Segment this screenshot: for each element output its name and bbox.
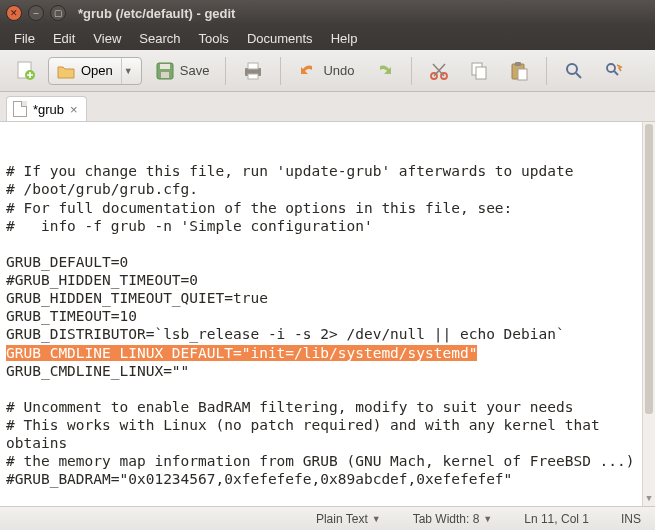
tab-grub[interactable]: *grub × <box>6 96 87 121</box>
copy-button[interactable] <box>462 57 496 85</box>
find-button[interactable] <box>557 57 591 85</box>
svg-rect-14 <box>518 69 527 80</box>
menu-search[interactable]: Search <box>131 29 188 48</box>
print-icon <box>242 60 264 82</box>
menu-documents[interactable]: Documents <box>239 29 321 48</box>
editor-line: # For full documentation of the options … <box>6 199 649 217</box>
undo-button[interactable]: Undo <box>291 57 360 85</box>
editor-line <box>6 235 649 253</box>
separator <box>280 57 281 85</box>
menubar: File Edit View Search Tools Documents He… <box>0 26 655 50</box>
redo-icon <box>373 60 395 82</box>
tab-label: *grub <box>33 102 64 117</box>
window-minimize-button[interactable]: – <box>28 5 44 21</box>
editor-line: #GRUB_HIDDEN_TIMEOUT=0 <box>6 271 649 289</box>
save-label: Save <box>180 63 210 78</box>
svg-rect-11 <box>476 67 486 79</box>
svg-point-15 <box>567 64 577 74</box>
editor-line: GRUB_CMDLINE_LINUX="" <box>6 362 649 380</box>
undo-label: Undo <box>323 63 354 78</box>
editor-line: # info -f grub -n 'Simple configuration' <box>6 217 649 235</box>
svg-rect-3 <box>160 64 170 69</box>
find-replace-icon <box>603 60 625 82</box>
editor-area[interactable]: # If you change this file, run 'update-g… <box>0 122 655 506</box>
find-replace-button[interactable] <box>597 57 631 85</box>
window-close-button[interactable]: ✕ <box>6 5 22 21</box>
folder-open-icon <box>55 60 77 82</box>
vertical-scrollbar[interactable]: ▲ ▼ <box>642 122 655 506</box>
chevron-down-icon: ▼ <box>372 514 381 524</box>
svg-rect-6 <box>248 63 258 69</box>
insert-mode: INS <box>615 512 647 526</box>
copy-icon <box>468 60 490 82</box>
editor-line <box>6 489 649 507</box>
menu-help[interactable]: Help <box>323 29 366 48</box>
svg-rect-7 <box>248 74 258 79</box>
tab-width-selector[interactable]: Tab Width: 8 ▼ <box>407 512 499 526</box>
svg-point-16 <box>607 64 615 72</box>
save-icon <box>154 60 176 82</box>
undo-icon <box>297 60 319 82</box>
editor-line: GRUB_DEFAULT=0 <box>6 253 649 271</box>
editor-line: # the memory map information from GRUB (… <box>6 452 649 470</box>
syntax-selector[interactable]: Plain Text ▼ <box>310 512 387 526</box>
separator <box>411 57 412 85</box>
tab-width-label: Tab Width: 8 <box>413 512 480 526</box>
scissors-icon <box>428 60 450 82</box>
separator <box>546 57 547 85</box>
save-button[interactable]: Save <box>148 57 216 85</box>
cut-button[interactable] <box>422 57 456 85</box>
open-button[interactable]: Open ▼ <box>48 57 142 85</box>
toolbar: Open ▼ Save Undo <box>0 50 655 92</box>
cursor-position: Ln 11, Col 1 <box>518 512 595 526</box>
syntax-label: Plain Text <box>316 512 368 526</box>
editor-line: # This works with Linux (no patch requir… <box>6 416 649 452</box>
new-document-button[interactable] <box>8 57 42 85</box>
open-label: Open <box>81 63 113 78</box>
editor-line: GRUB_CMDLINE_LINUX_DEFAULT="init=/lib/sy… <box>6 344 649 362</box>
menu-view[interactable]: View <box>85 29 129 48</box>
svg-rect-4 <box>161 72 169 78</box>
new-document-icon <box>14 60 36 82</box>
statusbar: Plain Text ▼ Tab Width: 8 ▼ Ln 11, Col 1… <box>0 506 655 530</box>
scrollbar-thumb[interactable] <box>645 124 653 414</box>
chevron-down-icon: ▼ <box>483 514 492 524</box>
tab-close-button[interactable]: × <box>70 102 78 117</box>
menu-file[interactable]: File <box>6 29 43 48</box>
editor-line: # If you change this file, run 'update-g… <box>6 162 649 180</box>
redo-button[interactable] <box>367 57 401 85</box>
search-icon <box>563 60 585 82</box>
paste-button[interactable] <box>502 57 536 85</box>
editor-line: # Uncomment to enable BadRAM filtering, … <box>6 398 649 416</box>
print-button[interactable] <box>236 57 270 85</box>
open-dropdown[interactable]: ▼ <box>121 58 135 84</box>
editor-line: GRUB_HIDDEN_TIMEOUT_QUIET=true <box>6 289 649 307</box>
window-maximize-button[interactable]: ▢ <box>50 5 66 21</box>
editor-line: GRUB_TIMEOUT=10 <box>6 307 649 325</box>
svg-rect-13 <box>515 62 521 66</box>
menu-tools[interactable]: Tools <box>191 29 237 48</box>
separator <box>225 57 226 85</box>
window-title: *grub (/etc/default) - gedit <box>78 6 235 21</box>
document-icon <box>13 101 27 117</box>
titlebar: ✕ – ▢ *grub (/etc/default) - gedit <box>0 0 655 26</box>
scroll-down-button[interactable]: ▼ <box>643 492 655 506</box>
tab-bar: *grub × <box>0 92 655 122</box>
editor-line <box>6 380 649 398</box>
editor-line: # /boot/grub/grub.cfg. <box>6 180 649 198</box>
menu-edit[interactable]: Edit <box>45 29 83 48</box>
editor-line: GRUB_DISTRIBUTOR=`lsb_release -i -s 2> /… <box>6 325 649 343</box>
paste-icon <box>508 60 530 82</box>
editor-line: #GRUB_BADRAM="0x01234567,0xfefefefe,0x89… <box>6 470 649 488</box>
